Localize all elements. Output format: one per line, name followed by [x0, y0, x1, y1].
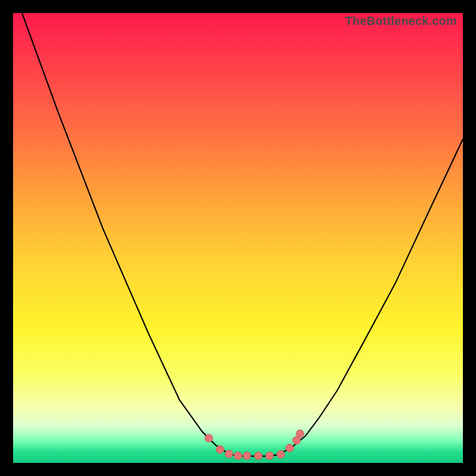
curve-marker [216, 446, 224, 453]
curve-marker [277, 450, 284, 458]
curve-marker [225, 450, 233, 458]
curve-marker [286, 444, 293, 452]
curve-marker [243, 452, 251, 459]
curve-marker [265, 452, 273, 459]
bottleneck-curve-chart [13, 13, 463, 463]
curve-line [22, 13, 463, 456]
curve-marker [296, 430, 304, 437]
curve-marker [255, 452, 262, 459]
curve-marker [234, 452, 242, 459]
curve-marker [205, 434, 212, 442]
chart-plot-area: TheBottleneck.com [13, 13, 463, 463]
curve-markers [205, 430, 303, 459]
